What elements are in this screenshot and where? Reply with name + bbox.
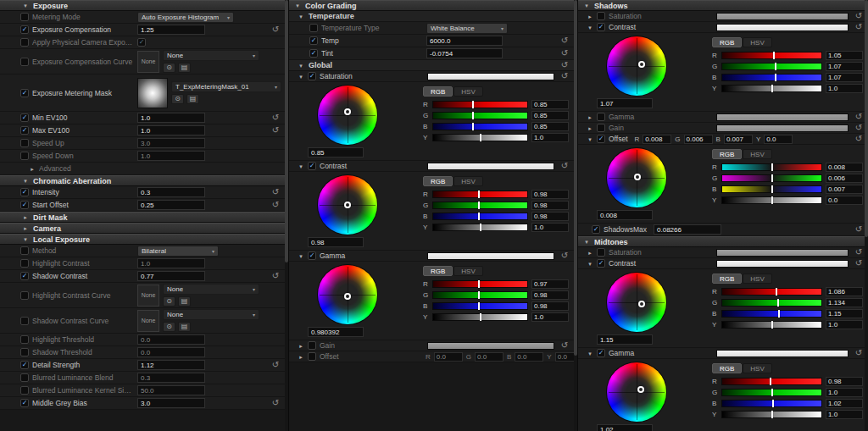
reset-button[interactable]: ↺: [854, 259, 864, 268]
slider-marker[interactable]: [771, 85, 773, 92]
reset-button[interactable]: ↺: [559, 72, 570, 80]
reset-button[interactable]: ↺: [559, 341, 570, 350]
slider-g[interactable]: [721, 174, 822, 182]
override-checkbox[interactable]: ✓: [20, 399, 29, 407]
use-selected-asset-icon[interactable]: ⊙: [163, 63, 175, 73]
reset-button[interactable]: ↺: [854, 225, 864, 234]
rgb-tab[interactable]: RGB: [712, 149, 742, 159]
speed-down-field[interactable]: 1.0: [137, 151, 205, 161]
slider-r[interactable]: [432, 280, 528, 288]
color-preview-bar[interactable]: [716, 260, 849, 268]
override-checkbox[interactable]: ✓: [597, 23, 605, 31]
slider-b[interactable]: [432, 123, 528, 130]
slider-value-b[interactable]: 0.98: [531, 301, 569, 311]
offset-y-field[interactable]: 0.0: [555, 352, 574, 362]
scrollbar-track[interactable]: [574, 0, 577, 431]
override-checkbox[interactable]: ✓: [20, 89, 29, 97]
color-wheel[interactable]: [607, 273, 666, 332]
subsection-header-temperature[interactable]: ▾ Temperature: [289, 11, 574, 22]
section-header-camera[interactable]: ▸ Camera: [0, 223, 285, 234]
curve-thumbnail[interactable]: None: [137, 51, 159, 73]
slider-value-b[interactable]: 0.98: [531, 212, 569, 221]
slider-marker[interactable]: [771, 321, 773, 329]
subsection-header-global[interactable]: ▾ Global ↺: [289, 60, 574, 71]
slider-value-g[interactable]: 1.0: [826, 388, 863, 397]
section-header-chromatic-aberration[interactable]: ▾ Chromatic Aberration: [0, 175, 285, 186]
blurred-luminance-kernel-field[interactable]: 50.0: [137, 385, 205, 395]
slider-value-y[interactable]: 1.0: [826, 320, 863, 329]
wheel-indicator[interactable]: [344, 108, 351, 115]
slider-marker[interactable]: [770, 378, 771, 385]
slider-y[interactable]: [432, 224, 528, 231]
slider-marker[interactable]: [472, 101, 474, 108]
override-checkbox[interactable]: [20, 38, 29, 47]
slider-marker[interactable]: [771, 185, 773, 193]
scrollbar-track[interactable]: [865, 0, 868, 431]
reset-button[interactable]: ↺: [270, 25, 281, 34]
reset-button[interactable]: ↺: [270, 188, 281, 196]
highlight-contrast-curve-dropdown[interactable]: None ▾: [163, 284, 259, 295]
color-preview-bar[interactable]: [427, 163, 554, 170]
color-wheel[interactable]: [318, 265, 377, 324]
blurred-luminance-blend-field[interactable]: 0.3: [137, 373, 205, 383]
rgb-tab[interactable]: RGB: [712, 37, 742, 47]
slider-marker[interactable]: [472, 123, 474, 130]
wheel-value-field[interactable]: 1.02: [597, 424, 653, 431]
override-checkbox[interactable]: [20, 58, 29, 66]
color-preview-bar[interactable]: [427, 342, 554, 350]
scrollbar-thumb[interactable]: [865, 0, 868, 237]
use-selected-asset-icon[interactable]: ⊙: [163, 322, 175, 332]
override-checkbox[interactable]: ✓: [20, 113, 29, 122]
override-checkbox[interactable]: [308, 352, 316, 361]
wheel-value-field[interactable]: 1.15: [597, 334, 653, 345]
rgb-tab[interactable]: RGB: [712, 274, 742, 284]
slider-marker[interactable]: [775, 74, 776, 81]
slider-r[interactable]: [721, 378, 822, 385]
color-preview-bar[interactable]: [716, 24, 849, 31]
start-offset-field[interactable]: 0.25: [137, 200, 205, 210]
reset-button[interactable]: ↺: [270, 126, 281, 135]
section-header-local-exposure[interactable]: ▾ Local Exposure: [0, 234, 285, 245]
color-preview-bar[interactable]: [716, 13, 849, 20]
reset-button[interactable]: ↺: [559, 251, 570, 260]
hsv-tab[interactable]: HSV: [743, 149, 771, 159]
slider-value-b[interactable]: 0.85: [531, 122, 569, 131]
hsv-tab[interactable]: HSV: [743, 274, 771, 284]
section-header-color-grading[interactable]: ▾ Color Grading: [289, 0, 574, 11]
color-preview-bar[interactable]: [427, 252, 554, 260]
override-checkbox[interactable]: [597, 248, 605, 257]
reset-button[interactable]: ↺: [270, 201, 281, 209]
section-header-dirt-mask[interactable]: ▸ Dirt Mask: [0, 212, 285, 223]
override-checkbox[interactable]: ✓: [20, 272, 29, 280]
slider-marker[interactable]: [478, 202, 480, 209]
slider-y[interactable]: [721, 85, 822, 92]
shadows-max-field[interactable]: 0.08266: [654, 224, 721, 235]
slider-value-y[interactable]: 1.0: [826, 410, 863, 419]
override-checkbox[interactable]: [597, 113, 605, 121]
section-header-shadows[interactable]: ▾ Shadows: [578, 0, 868, 11]
override-checkbox[interactable]: ✓: [20, 201, 29, 209]
slider-g[interactable]: [721, 299, 822, 307]
override-checkbox[interactable]: [20, 259, 29, 268]
wheel-value-field[interactable]: 0.008: [597, 210, 653, 220]
wheel-value-field[interactable]: 0.85: [308, 147, 364, 157]
slider-value-g[interactable]: 0.006: [826, 174, 863, 183]
offset-g-field[interactable]: 0.0: [475, 352, 504, 362]
scrollbar-thumb[interactable]: [285, 0, 288, 262]
highlight-threshold-field[interactable]: 0.0: [137, 334, 205, 345]
shadow-contrast-curve-dropdown[interactable]: None ▾: [163, 309, 259, 320]
override-checkbox[interactable]: ✓: [20, 126, 29, 135]
slider-marker[interactable]: [480, 313, 481, 321]
slider-marker[interactable]: [478, 291, 480, 299]
reset-button[interactable]: ↺: [270, 399, 281, 407]
override-checkbox[interactable]: [597, 12, 605, 20]
slider-marker[interactable]: [778, 310, 780, 318]
rgb-tab[interactable]: RGB: [712, 363, 742, 373]
override-checkbox[interactable]: [20, 13, 29, 21]
wheel-indicator[interactable]: [344, 202, 351, 208]
offset-y-field[interactable]: 0.0: [764, 135, 793, 144]
slider-marker[interactable]: [478, 280, 480, 288]
slider-value-b[interactable]: 1.02: [826, 399, 863, 408]
slider-b[interactable]: [432, 302, 528, 310]
slider-marker[interactable]: [771, 196, 773, 204]
